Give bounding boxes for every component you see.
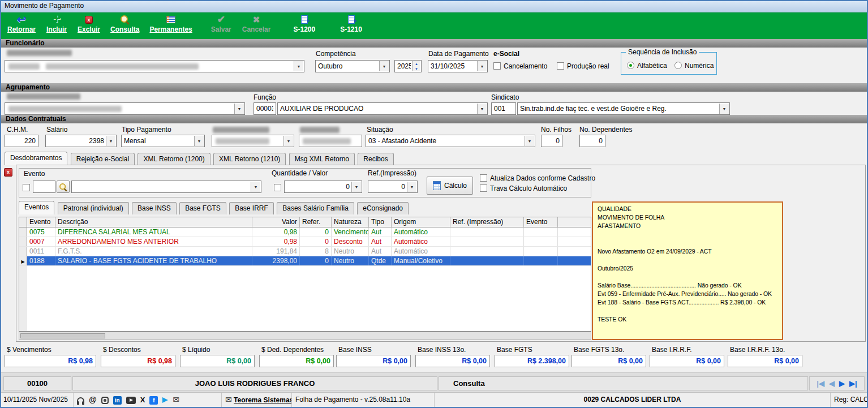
- col-natureza[interactable]: Natureza: [332, 217, 369, 227]
- evento-search-button[interactable]: [57, 181, 70, 193]
- headset-icon[interactable]: [77, 397, 84, 402]
- col-valor[interactable]: Valor: [252, 217, 300, 227]
- col-ref-impressao[interactable]: Ref. (Impressão): [450, 217, 524, 227]
- picker-icon: [283, 136, 293, 146]
- tab-xml-retorno-1200[interactable]: XML Retorno (1200): [137, 153, 210, 165]
- nav-next-icon[interactable]: ▶: [839, 377, 845, 390]
- permanentes-button[interactable]: Permanentes: [144, 12, 197, 35]
- alfabetica-radio[interactable]: Alfabética: [627, 62, 667, 70]
- sindicato-codigo-field[interactable]: 001: [491, 102, 516, 115]
- cancelamento-checkbox[interactable]: Cancelamento: [493, 62, 547, 70]
- table-row-selected[interactable]: 0188 SALARIO - BASE FGTS ACIDENTE DE TRA…: [19, 256, 591, 266]
- chm-label: C.H.M.: [7, 126, 28, 134]
- atualiza-dados-checkbox[interactable]: Atualiza Dados conforme Cadastro: [480, 174, 595, 182]
- nav-last-icon[interactable]: ▶|: [849, 377, 857, 390]
- tab-base-irrf[interactable]: Base IRRF: [229, 202, 274, 214]
- record-status-row: 00100 JOAO LUIS RODRIGUES FRANCO Consult…: [0, 372, 868, 392]
- tab-recibos[interactable]: Recibos: [358, 153, 393, 165]
- scrollbar-thumb[interactable]: [20, 333, 105, 338]
- row-indicator-cell: [19, 237, 27, 246]
- tab-xml-retorno-1210[interactable]: XML Retorno (1210): [213, 153, 286, 165]
- evento-combo[interactable]: [71, 181, 261, 193]
- excluir-button[interactable]: Excluir: [72, 12, 105, 35]
- grid-horizontal-scrollbar[interactable]: [19, 332, 591, 340]
- linkedin-icon[interactable]: [113, 396, 122, 405]
- departamento-combo[interactable]: [5, 102, 245, 115]
- filhos-field[interactable]: 0: [541, 135, 562, 147]
- tipo-pagamento-combo[interactable]: Mensal: [121, 135, 205, 147]
- col-evento[interactable]: Evento: [27, 217, 55, 227]
- x-twitter-icon[interactable]: [140, 393, 145, 407]
- evento-codigo-field[interactable]: [33, 181, 55, 193]
- retornar-button[interactable]: Retornar: [2, 12, 41, 35]
- incluir-button[interactable]: Incluir: [41, 12, 72, 35]
- consulta-button[interactable]: Consulta: [105, 12, 144, 35]
- col-evento-2[interactable]: Evento: [524, 217, 558, 227]
- table-row[interactable]: 0011 F.G.T.S. 191,84 8 Neutro Aut Automá…: [19, 247, 591, 256]
- quantidade-checkbox[interactable]: [274, 184, 284, 192]
- at-email-icon[interactable]: [89, 393, 97, 407]
- nav-prev-icon[interactable]: ◀: [829, 377, 835, 390]
- s1210-button[interactable]: S-1210: [335, 12, 367, 35]
- envelope-icon[interactable]: [173, 393, 179, 407]
- sindicato-combo[interactable]: Sin.trab.ind.de fiaç tec. e vest.de Goio…: [517, 102, 730, 115]
- send-icon[interactable]: [162, 397, 168, 403]
- base-irrf13-value: R$ 0,00: [728, 355, 802, 367]
- main-tabs: Desdobramentos Rejeição e-Social XML Ret…: [5, 152, 395, 165]
- tab-msg-xml-retorno[interactable]: Msg XML Retorno: [289, 153, 355, 165]
- ref-impressao-field[interactable]: 0: [368, 181, 418, 193]
- toolbar: Retornar Incluir Excluir Consulta Perman…: [0, 12, 868, 39]
- data-pagamento-combo[interactable]: 31/10/2025: [428, 60, 488, 72]
- quantidade-valor-field[interactable]: 0: [284, 181, 362, 193]
- table-row[interactable]: 0075 DIFERENCA SALARIAL MES ATUAL 0,98 0…: [19, 227, 591, 237]
- teorema-link[interactable]: Teorema Sistemas: [234, 396, 292, 404]
- brand-section: Teorema Sistemas: [222, 393, 292, 407]
- calculo-button[interactable]: Cálculo: [427, 177, 473, 195]
- company-name: 0029 CALCADOS LIDER LTDA: [435, 393, 831, 407]
- base-irrf-value: R$ 0,00: [650, 355, 724, 367]
- col-refer[interactable]: Refer.: [300, 217, 332, 227]
- close-detail-button[interactable]: [4, 168, 12, 177]
- numerica-radio[interactable]: Numérica: [674, 62, 714, 70]
- s1200-button[interactable]: S-1200: [288, 12, 320, 35]
- salario-combo[interactable]: 2398: [45, 135, 117, 147]
- filhos-label: No. Filhos: [541, 126, 571, 134]
- facebook-icon[interactable]: [149, 396, 158, 405]
- redacted-field-2[interactable]: [299, 135, 362, 147]
- trava-calculo-checkbox[interactable]: Trava Cálculo Automático: [480, 184, 567, 192]
- funcao-codigo-field[interactable]: 00003: [253, 102, 276, 115]
- spin-up-icon[interactable]: [412, 61, 420, 66]
- tab-patronal[interactable]: Patronal (individual): [58, 202, 129, 214]
- tab-econsignado[interactable]: eConsignado: [357, 202, 409, 214]
- situacao-combo[interactable]: 03 - Afastado Acidente: [366, 135, 535, 147]
- tab-desdobramentos[interactable]: Desdobramentos: [5, 152, 67, 165]
- producao-real-checkbox[interactable]: Produção real: [557, 62, 609, 70]
- competencia-combo[interactable]: Outubro: [315, 60, 390, 72]
- instagram-icon[interactable]: [101, 397, 109, 404]
- competencia-year-stepper[interactable]: 2025: [394, 60, 422, 72]
- tab-base-fgts[interactable]: Base FGTS: [179, 202, 226, 214]
- sindicato-label: Sindicato: [491, 93, 519, 101]
- spin-down-icon[interactable]: [412, 66, 420, 71]
- redacted-field-1[interactable]: [212, 135, 294, 147]
- funcao-combo[interactable]: AUXILIAR DE PRODUCAO: [277, 102, 488, 115]
- base-inss-value: R$ 0,00: [336, 355, 411, 367]
- col-origem[interactable]: Origem: [392, 217, 450, 227]
- chm-field[interactable]: 220: [5, 135, 38, 147]
- tab-base-inss[interactable]: Base INSS: [132, 202, 177, 214]
- ref-impressao-label: Ref.(Impressão): [368, 169, 416, 177]
- tab-rejeicao-esocial[interactable]: Rejeição e-Social: [71, 153, 135, 165]
- cross-icon: [253, 15, 260, 25]
- evento-checkbox[interactable]: [23, 184, 33, 192]
- tab-bases-salario-familia[interactable]: Bases Salário Família: [277, 202, 354, 214]
- tab-eventos[interactable]: Eventos: [19, 201, 54, 214]
- nav-first-icon[interactable]: |◀: [817, 377, 824, 390]
- youtube-icon[interactable]: [126, 397, 136, 404]
- table-row[interactable]: 0007 ARREDONDAMENTO MES ANTERIOR 0,98 0 …: [19, 237, 591, 247]
- dependentes-field[interactable]: 0: [579, 135, 605, 147]
- col-descricao[interactable]: Descrição: [55, 217, 252, 227]
- col-tipo[interactable]: Tipo: [369, 217, 392, 227]
- employee-combo[interactable]: [5, 60, 304, 72]
- redacted-employee-label: [7, 50, 72, 56]
- window-title: Movimento de Pagamento: [5, 2, 84, 10]
